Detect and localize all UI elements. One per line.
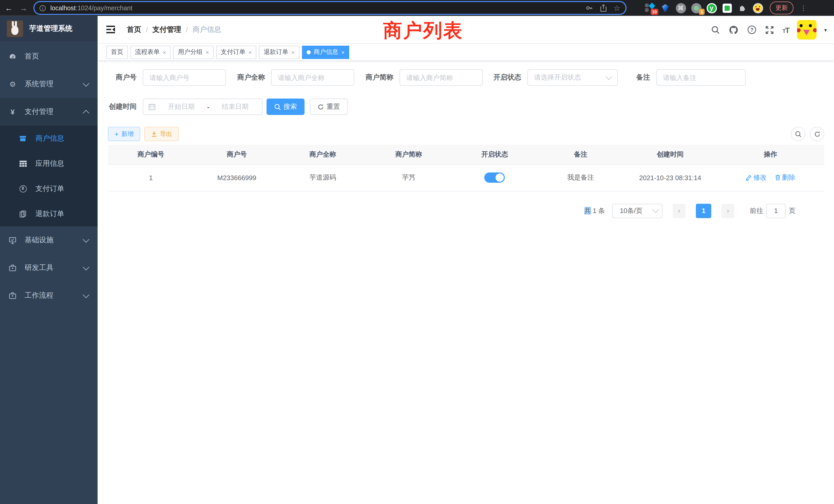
tab-close-icon[interactable]: × — [163, 49, 166, 55]
next-page-button[interactable]: › — [722, 204, 734, 218]
breadcrumb-separator: / — [186, 25, 188, 33]
page-info-icon[interactable]: i — [40, 5, 46, 11]
sidebar-item-pay-order[interactable]: ¥ 支付订单 — [0, 176, 97, 201]
github-icon[interactable] — [728, 25, 739, 35]
date-start-placeholder: 开始日期 — [160, 102, 203, 111]
goto-page-input[interactable] — [766, 204, 786, 218]
sidebar-item-merchant-info[interactable]: 商户信息 — [0, 126, 97, 151]
trash-icon — [775, 175, 780, 181]
breadcrumb-current: 商户信息 — [193, 25, 221, 34]
share-icon[interactable] — [599, 4, 607, 12]
sidebar-logo[interactable]: 芋道管理系统 — [0, 16, 97, 42]
search-button[interactable]: 搜索 — [266, 98, 305, 115]
sidebar-item-home[interactable]: 首页 — [0, 43, 97, 70]
tab-process-form[interactable]: 流程表单× — [130, 45, 171, 59]
chevron-down-icon — [652, 206, 659, 213]
help-icon[interactable]: ? — [746, 25, 757, 35]
cell-merchant-no: M233666999 — [194, 164, 280, 191]
tab-label: 商户信息 — [314, 48, 338, 56]
status-select[interactable]: 请选择开启状态 — [527, 69, 618, 86]
sidebar-toggle-button[interactable] — [106, 26, 115, 33]
tab-close-icon[interactable]: × — [248, 49, 252, 55]
filter-row-1: 商户号 商户全称 商户简称 开启状态 请选择开启状态 备注 — [108, 69, 824, 86]
sidebar-item-label: 支付订单 — [36, 184, 64, 193]
font-size-icon[interactable]: TT — [783, 25, 789, 34]
address-bar[interactable]: i localhost:1024/pay/merchant ☆ — [35, 2, 626, 14]
cell-create-time: 2021-10-23 08:31:14 — [624, 164, 717, 191]
chrome-update-button[interactable]: 更新 — [770, 2, 793, 14]
grid-icon — [19, 160, 27, 166]
user-avatar[interactable] — [797, 20, 816, 40]
sidebar-item-label: 系统管理 — [25, 79, 53, 89]
delete-link[interactable]: 删除 — [775, 173, 795, 182]
y-circle: y — [706, 3, 717, 13]
column-header-full-name: 商户全称 — [280, 145, 366, 164]
status-toggle[interactable] — [485, 173, 505, 183]
password-key-icon[interactable] — [585, 4, 593, 12]
remark-input[interactable] — [656, 69, 746, 86]
tab-merchant-info[interactable]: 商户信息× — [302, 45, 349, 59]
extension-y-icon[interactable]: y — [706, 3, 717, 13]
column-header-id: 商户编号 — [108, 145, 194, 164]
chrome-menu-icon[interactable]: ⋮ — [800, 4, 807, 12]
tab-home[interactable]: 首页 — [106, 45, 128, 59]
pagination: 共 1 条 10条/页 ‹ 1 › 前往 页 — [108, 204, 824, 218]
fullscreen-icon[interactable] — [764, 25, 775, 35]
tab-refund-order[interactable]: 退款订单× — [259, 45, 300, 59]
search-button-label: 搜索 — [284, 102, 297, 111]
shop-icon — [19, 135, 27, 142]
table-toolbar: + 新增 导出 — [108, 127, 824, 141]
page-size-select[interactable]: 10条/页 — [612, 204, 662, 218]
extension-gem-icon[interactable] — [660, 3, 671, 13]
date-end-placeholder: 结束日期 — [213, 102, 257, 111]
extension-command-icon[interactable]: ⌘ — [675, 3, 686, 13]
full-name-input[interactable] — [271, 69, 354, 86]
breadcrumb-home[interactable]: 首页 — [127, 25, 141, 34]
edit-link-label: 修改 — [753, 173, 767, 182]
navbar-right: ? TT ▾ — [710, 16, 827, 44]
header-search-icon[interactable] — [710, 25, 721, 35]
browser-forward-button[interactable]: → — [18, 2, 30, 14]
sidebar-item-app-info[interactable]: 应用信息 — [0, 151, 97, 176]
page-number-1[interactable]: 1 — [696, 204, 711, 218]
tab-label: 退款订单 — [264, 48, 288, 56]
bookmark-star-icon[interactable]: ☆ — [613, 3, 620, 13]
calendar-icon — [148, 103, 156, 110]
prev-page-button[interactable]: ‹ — [673, 204, 686, 218]
short-name-input[interactable] — [399, 69, 483, 86]
merchant-no-input[interactable] — [143, 69, 226, 86]
tab-close-icon[interactable]: × — [342, 49, 345, 55]
tab-user-group[interactable]: 用户分组× — [173, 45, 214, 59]
sidebar-item-refund-order[interactable]: 退款订单 — [0, 201, 97, 226]
extensions-puzzle-icon[interactable] — [737, 3, 748, 13]
plus-icon: + — [114, 130, 118, 138]
export-button[interactable]: 导出 — [144, 127, 179, 141]
reset-button[interactable]: 重置 — [310, 98, 348, 115]
refresh-table-button[interactable] — [810, 127, 824, 141]
show-search-toggle-button[interactable] — [791, 127, 805, 141]
sidebar-item-workflow[interactable]: 工作流程 — [0, 282, 97, 310]
browser-back-button[interactable]: ← — [3, 2, 15, 14]
extension-green-icon[interactable] — [722, 3, 732, 13]
filter-label-merchant-no: 商户号 — [108, 73, 137, 82]
add-button[interactable]: + 新增 — [108, 127, 140, 141]
sidebar-item-payment[interactable]: ¥ 支付管理 — [0, 98, 97, 126]
tab-close-icon[interactable]: × — [291, 49, 295, 55]
tab-close-icon[interactable]: × — [206, 49, 209, 55]
briefcase-icon — [9, 264, 17, 272]
extension-recorder-icon[interactable]: 1 — [691, 3, 702, 13]
sidebar-item-dev-tools[interactable]: 研发工具 — [0, 254, 97, 282]
tab-pay-order[interactable]: 支付订单× — [216, 45, 257, 59]
filter-label-full-name: 商户全称 — [237, 73, 265, 82]
reset-button-label: 重置 — [327, 102, 340, 111]
profile-emoji-avatar[interactable] — [752, 3, 763, 13]
avatar-caret-icon[interactable]: ▾ — [824, 27, 827, 32]
create-time-daterange[interactable]: 开始日期 - 结束日期 — [143, 98, 262, 115]
extension-blocker-icon[interactable]: 10 — [644, 3, 655, 13]
sidebar-item-infrastructure[interactable]: 基础设施 — [0, 226, 97, 254]
extensions-strip: 10 ⌘ 1 y 更新 ⋮ — [644, 0, 810, 16]
page-size-value: 10条/页 — [620, 206, 642, 215]
sidebar-item-system[interactable]: ⚙ 系统管理 — [0, 70, 97, 98]
edit-link[interactable]: 修改 — [746, 173, 767, 182]
breadcrumb-payment[interactable]: 支付管理 — [153, 25, 181, 34]
